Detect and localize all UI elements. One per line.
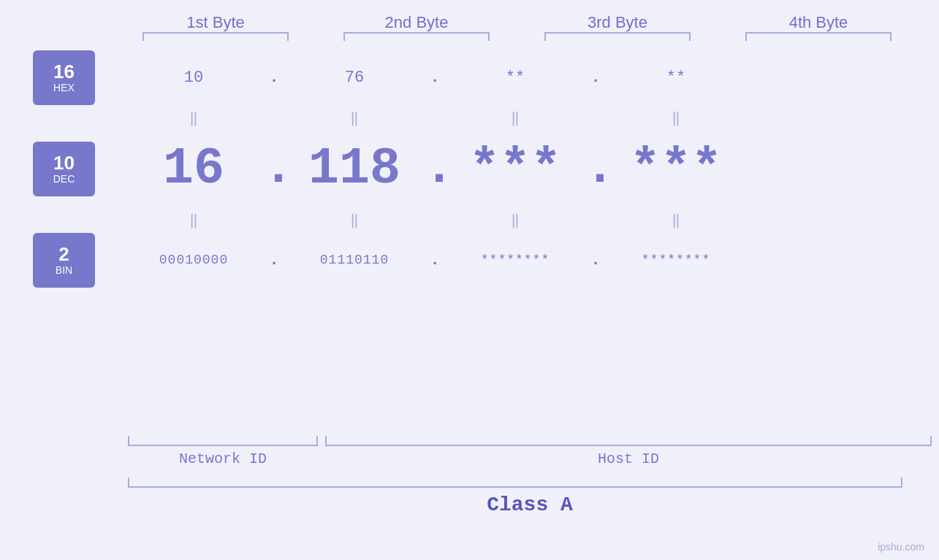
dec-b3: *** — [446, 140, 585, 198]
bin-row: 2 BIN 00010000 . 01110110 . ******** . *… — [0, 231, 939, 289]
watermark: ipshu.com — [878, 541, 924, 553]
eq-area-2: ‖ ‖ ‖ ‖ — [124, 211, 939, 229]
bin-dot3: . — [585, 251, 607, 269]
top-brackets — [115, 32, 919, 41]
network-id-label: Network ID — [128, 450, 318, 467]
equals-row-2: ‖ ‖ ‖ ‖ — [0, 209, 939, 231]
bin-dot2: . — [424, 251, 446, 269]
bin-bytes-area: 00010000 . 01110110 . ******** . *******… — [124, 251, 939, 269]
eq2-b1: ‖ — [124, 211, 263, 229]
eq1-d1 — [263, 109, 285, 127]
hex-badge-sub: HEX — [53, 82, 75, 93]
eq1-d3 — [585, 109, 607, 127]
bracket-byte1 — [142, 32, 289, 41]
eq1-b3: ‖ — [446, 109, 585, 127]
hex-b3: ** — [446, 69, 585, 87]
eq1-b1: ‖ — [124, 109, 263, 127]
dec-b4: *** — [607, 140, 745, 198]
hex-badge-num: 16 — [53, 61, 75, 83]
bin-dot1: . — [263, 251, 285, 269]
dec-badge-sub: DEC — [53, 173, 75, 185]
bottom-brackets-row — [128, 436, 932, 446]
outer-bracket — [128, 477, 902, 488]
hex-dot3: . — [585, 69, 607, 87]
bottom-labels-row: Network ID Host ID — [128, 450, 932, 467]
bracket-byte2 — [343, 32, 490, 41]
hex-dot1: . — [263, 69, 285, 87]
byte2-header: 2nd Byte — [336, 13, 497, 32]
network-bracket — [128, 436, 318, 446]
hex-b4: ** — [607, 69, 745, 87]
byte1-header: 1st Byte — [135, 13, 296, 32]
hex-dot2: . — [424, 69, 446, 87]
dec-b1: 16 — [124, 140, 263, 198]
dec-badge: 10 DEC — [33, 142, 95, 196]
eq1-b4: ‖ — [607, 109, 745, 127]
host-bracket — [325, 436, 932, 446]
page-container: 1st Byte 2nd Byte 3rd Byte 4th Byte 16 H… — [0, 0, 939, 560]
eq2-d2 — [424, 211, 446, 229]
equals-row-1: ‖ ‖ ‖ ‖ — [0, 107, 939, 129]
eq1-d2 — [424, 109, 446, 127]
bin-b1: 00010000 — [124, 253, 263, 267]
class-label-row: Class A — [128, 494, 932, 516]
byte3-header: 3rd Byte — [537, 13, 698, 32]
byte4-header: 4th Byte — [738, 13, 899, 32]
hex-row: 16 HEX 10 . 76 . ** . ** — [0, 48, 939, 107]
dec-bytes-area: 16 . 118 . *** . *** — [124, 140, 939, 198]
dec-dot3: . — [585, 153, 607, 184]
hex-bytes-area: 10 . 76 . ** . ** — [124, 69, 939, 87]
eq2-b4: ‖ — [607, 211, 745, 229]
eq2-d3 — [585, 211, 607, 229]
dec-row: 10 DEC 16 . 118 . *** . *** — [0, 129, 939, 209]
bin-b4: ******** — [607, 253, 745, 267]
dec-dot1: . — [263, 153, 285, 184]
bracket-byte4 — [745, 32, 892, 41]
dec-dot2: . — [424, 153, 446, 184]
dec-badge-num: 10 — [53, 153, 75, 174]
eq2-d1 — [263, 211, 285, 229]
bin-badge: 2 BIN — [33, 233, 95, 288]
hex-badge: 16 HEX — [33, 50, 95, 105]
class-label: Class A — [142, 494, 917, 516]
eq1-b2: ‖ — [285, 109, 424, 127]
outer-bracket-row — [128, 477, 932, 488]
host-id-label: Host ID — [325, 450, 932, 467]
hex-b2: 76 — [285, 69, 424, 87]
bracket-byte3 — [544, 32, 691, 41]
hex-b1: 10 — [124, 69, 263, 87]
eq2-b2: ‖ — [285, 211, 424, 229]
bottom-section: Network ID Host ID Class A — [0, 436, 939, 516]
eq2-b3: ‖ — [446, 211, 585, 229]
bin-badge-num: 2 — [58, 244, 69, 265]
bin-badge-sub: BIN — [56, 264, 72, 276]
dec-b2: 118 — [285, 140, 424, 198]
bin-b2: 01110110 — [285, 253, 424, 267]
eq-area-1: ‖ ‖ ‖ ‖ — [124, 109, 939, 127]
bin-b3: ******** — [446, 253, 585, 267]
byte-headers: 1st Byte 2nd Byte 3rd Byte 4th Byte — [115, 13, 919, 32]
